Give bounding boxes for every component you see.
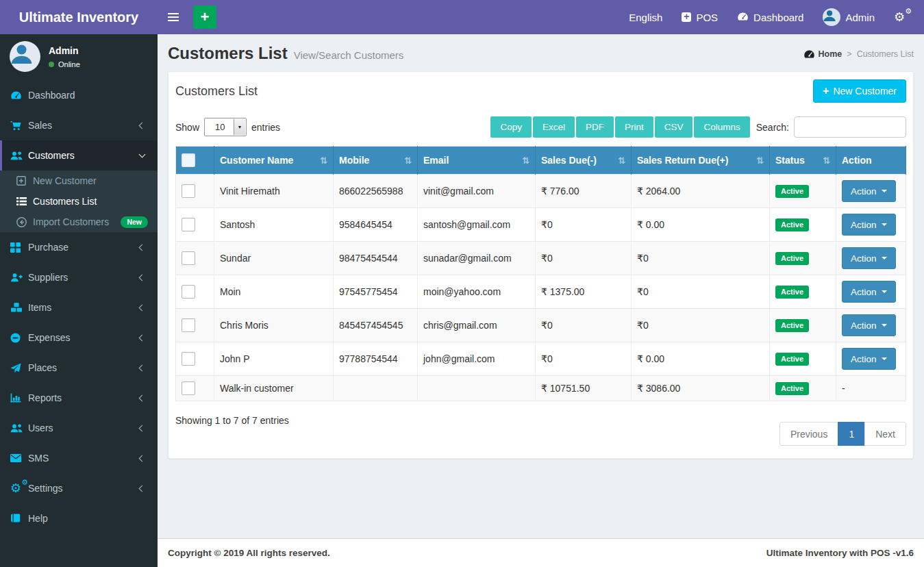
action-button[interactable]: Action [842,247,896,269]
breadcrumb-home[interactable]: Home [803,49,842,59]
online-status-label: Online [58,60,80,68]
sidebar-subitem-new-customer[interactable]: New Customer [0,171,158,191]
sidebar-toggle-button[interactable] [158,0,189,34]
sidebar-subitem-label: New Customer [33,175,97,186]
cell-sales-due: ₹0 [536,342,632,376]
sidebar-item-customers[interactable]: Customers [0,140,158,171]
export-csv-button[interactable]: CSV [655,116,693,138]
cell-email: santosh@gmail.com [418,208,536,242]
cell-mobile: 98475454544 [334,242,418,275]
sidebar-item-sales[interactable]: Sales [0,110,158,140]
sidebar-item-expenses[interactable]: Expenses [0,323,158,353]
nav-dashboard[interactable]: Dashboard [737,12,803,23]
export-copy-button[interactable]: Copy [490,116,532,138]
column-header-sales-return-due-[interactable]: Sales Return Due(+)⇅ [632,147,770,175]
sidebar-item-label: Suppliers [28,272,140,283]
sidebar-item-label: Settings [28,483,140,494]
action-button[interactable]: Action [842,348,896,370]
sidebar-item-label: Dashboard [28,90,147,101]
action-button[interactable]: Action [842,281,896,303]
sidebar-item-sms[interactable]: SMS [0,443,158,473]
sidebar-item-suppliers[interactable]: Suppliers [0,262,158,292]
plus-icon: + [823,85,829,97]
cell-mobile: 97788754544 [334,342,418,376]
chevron-left-icon [139,274,146,281]
avatar [10,41,40,72]
select-all-checkbox[interactable] [182,153,195,167]
sidebar-item-items[interactable]: Items [0,292,158,323]
sidebar-item-dashboard[interactable]: Dashboard [0,80,158,110]
new-customer-button[interactable]: + New Customer [813,79,906,103]
cell-sales-due: ₹ 1375.00 [536,275,632,309]
status-badge: Active [775,185,809,198]
export-print-button[interactable]: Print [615,116,653,138]
sidebar-item-label: Users [28,423,140,433]
cell-mobile [334,376,418,401]
row-checkbox[interactable] [182,251,195,265]
sidebar-item-label: Help [28,513,147,524]
sidebar-item-places[interactable]: Places [0,353,158,383]
sort-icon: ⇅ [400,155,412,166]
sidebar-item-label: Sales [28,120,140,131]
plus-square-icon [16,176,33,186]
pagination-next[interactable]: Next [864,422,906,446]
search-input[interactable] [794,116,906,138]
show-label: Show [175,122,199,133]
cell-customer-name: Vinit Hiremath [214,175,334,208]
bar-chart-icon [10,393,28,403]
row-checkbox[interactable] [182,285,195,299]
row-checkbox[interactable] [182,352,195,366]
column-header-email[interactable]: Email⇅ [418,147,536,175]
row-checkbox[interactable] [182,318,195,332]
sidebar-subitem-import-customers[interactable]: Import CustomersNew [0,212,158,232]
sidebar-item-purchase[interactable]: Purchase [0,232,158,262]
top-navbar: Ultimate Inventory + English POS Dashboa… [0,0,924,34]
paper-plane-icon [10,363,28,373]
cart-icon [10,121,28,131]
cell-email [418,376,536,401]
column-header-sales-due-[interactable]: Sales Due(-)⇅ [536,147,632,175]
quick-add-button[interactable]: + [193,5,216,29]
sort-icon: ⇅ [316,155,327,166]
cell-email: vinit@gmail.com [418,175,536,208]
app-logo[interactable]: Ultimate Inventory [0,0,158,34]
page-size-select[interactable]: 10 ▼ [204,118,247,136]
export-pdf-button[interactable]: PDF [576,116,614,138]
nav-pos[interactable]: POS [682,12,718,23]
row-checkbox[interactable] [182,218,195,231]
nav-user-menu[interactable]: Admin [823,8,875,26]
action-button[interactable]: Action [842,214,896,236]
pagination-previous[interactable]: Previous [779,422,838,446]
sidebar-item-settings[interactable]: ⚙⚙Settings [0,473,158,503]
cell-sales-due: ₹0 [536,208,632,242]
column-header-customer-name[interactable]: Customer Name⇅ [214,147,334,175]
column-header-mobile[interactable]: Mobile⇅ [334,147,418,175]
cell-sales-due: ₹ 10751.50 [536,376,632,401]
cell-customer-name: Walk-in customer [214,376,334,401]
cell-sales-return-due: ₹ 0.00 [632,208,770,242]
sort-icon: ⇅ [518,155,529,166]
nav-language[interactable]: English [629,12,662,23]
cell-sales-due: ₹0 [536,242,632,275]
cell-mobile: 97545775454 [334,275,418,309]
cell-email: chris@gmail.com [418,309,536,342]
sidebar-subitem-customers-list[interactable]: Customers List [0,191,158,212]
row-checkbox[interactable] [182,381,195,395]
export-columns-button[interactable]: Columns [694,116,749,138]
nav-settings[interactable]: ⚙⚙ [894,11,910,23]
action-button[interactable]: Action [842,314,896,336]
table-row: Moin97545775454moin@yahoo.com₹ 1375.00₹0… [176,275,906,309]
pagination-page-1[interactable]: 1 [838,422,865,446]
sidebar-subitem-label: Customers List [33,196,97,207]
user-icon [823,8,840,26]
column-header-action[interactable]: Action [836,147,906,175]
column-header-status[interactable]: Status⇅ [770,147,836,175]
action-button[interactable]: Action [842,180,896,202]
sidebar-item-help[interactable]: Help [0,503,158,533]
table-info: Showing 1 to 7 of 7 entries [175,412,289,426]
cogs-icon: ⚙⚙ [10,482,28,494]
export-excel-button[interactable]: Excel [533,116,575,138]
row-checkbox[interactable] [182,184,195,198]
sidebar-item-users[interactable]: Users [0,413,158,443]
sidebar-item-reports[interactable]: Reports [0,383,158,413]
